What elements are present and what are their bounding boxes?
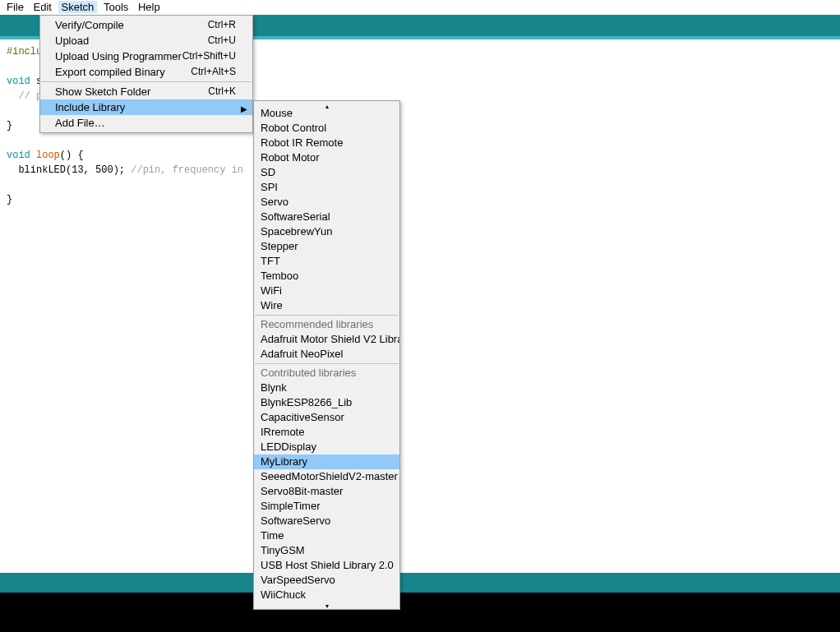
menuitem-show-folder-label: Show Sketch Folder [55,84,208,99]
submenu-separator [255,315,399,316]
library-item[interactable]: Servo [254,195,399,210]
library-item[interactable]: Time [254,528,399,543]
code-brace1: } [7,120,12,131]
code-cmt2: //pin, frequency in [125,164,243,176]
menuitem-verify-label: Verify/Compile [55,17,208,33]
code-loop-paren: () [60,150,72,161]
menuitem-export-bin-accel: Ctrl+Alt+S [191,64,236,80]
library-item[interactable]: USB Host Shield Library 2.0 [254,558,399,573]
library-item[interactable]: Robot IR Remote [254,136,399,150]
library-item[interactable]: Robot Control [254,121,399,136]
library-item[interactable]: SimpleTimer [254,499,399,514]
library-item[interactable]: VarSpeedServo [254,573,399,588]
code-loop: loop [30,150,60,161]
menu-sketch[interactable]: Sketch [58,1,98,13]
submenu-header: Contributed libraries [254,366,399,381]
submenu-separator [255,363,399,364]
library-item[interactable]: SoftwareSerial [254,210,399,224]
menu-tools[interactable]: Tools [100,1,132,13]
sketch-menu: Verify/Compile Ctrl+R Upload Ctrl+U Uplo… [39,15,253,133]
code-brace2: } [7,194,12,205]
menu-help[interactable]: Help [135,1,164,13]
library-item[interactable]: Wire [254,298,399,313]
library-item[interactable]: Robot Motor [254,150,399,165]
library-item[interactable]: WiFi [254,284,399,298]
menuitem-include-library[interactable]: Include Library ▶ [40,99,252,115]
code-indent [7,164,18,176]
library-item[interactable]: Temboo [254,269,399,284]
menuitem-verify-accel: Ctrl+R [208,17,236,33]
menuitem-show-folder-accel: Ctrl+K [208,84,236,99]
menu-edit[interactable]: Edit [30,1,55,13]
library-item[interactable]: LEDDisplay [254,440,399,454]
menuitem-upload-prog[interactable]: Upload Using Programmer Ctrl+Shift+U [40,48,252,64]
console [0,593,840,632]
library-item[interactable]: IRremote [254,425,399,440]
library-item[interactable]: TFT [254,254,399,269]
library-item[interactable]: MyLibrary [254,454,399,469]
library-item[interactable]: CapacitiveSensor [254,410,399,425]
include-library-submenu: ▴ MouseRobot ControlRobot IR RemoteRobot… [253,100,400,610]
menu-separator [41,81,252,82]
menuitem-add-file[interactable]: Add File… [40,115,252,131]
code-blink: blinkLED(13, 500); [18,164,125,176]
menubar: File Edit Sketch Tools Help [0,0,164,15]
code-kw-void1: void [7,76,30,87]
library-item[interactable]: Blynk [254,381,399,395]
code-cmt1: // p [7,90,42,102]
library-item[interactable]: BlynkESP8266_Lib [254,395,399,410]
menuitem-include-library-label: Include Library [55,99,236,115]
menuitem-show-folder[interactable]: Show Sketch Folder Ctrl+K [40,84,252,99]
menuitem-export-bin-label: Export compiled Binary [55,64,191,80]
menu-file[interactable]: File [3,1,27,13]
menuitem-upload-accel: Ctrl+U [208,33,236,48]
menuitem-export-bin[interactable]: Export compiled Binary Ctrl+Alt+S [40,64,252,80]
library-item[interactable]: SeeedMotorShieldV2-master [254,469,399,484]
library-item[interactable]: WiiChuck [254,588,399,602]
library-item[interactable]: SoftwareServo [254,514,399,528]
menuitem-add-file-label: Add File… [55,115,236,131]
library-item[interactable]: SpacebrewYun [254,224,399,239]
library-item[interactable]: TinyGSM [254,543,399,558]
code-kw-void2: void [7,150,30,161]
library-item[interactable]: SD [254,165,399,180]
scroll-down-icon[interactable]: ▾ [254,602,399,606]
code-loop-brace: { [72,150,83,161]
library-item[interactable]: Adafruit NeoPixel [254,347,399,362]
code-include: #inclu [7,46,42,58]
menuitem-upload-label: Upload [55,33,208,48]
status-bar [0,573,840,593]
menuitem-upload-prog-accel: Ctrl+Shift+U [182,48,236,64]
submenu-header: Recommended libraries [254,317,399,332]
library-item[interactable]: Stepper [254,239,399,254]
menuitem-upload-prog-label: Upload Using Programmer [55,48,182,64]
menuitem-verify[interactable]: Verify/Compile Ctrl+R [40,17,252,33]
library-item[interactable]: Servo8Bit-master [254,484,399,499]
library-item[interactable]: Adafruit Motor Shield V2 Library [254,332,399,347]
library-item[interactable]: SPI [254,180,399,195]
menuitem-upload[interactable]: Upload Ctrl+U [40,33,252,48]
